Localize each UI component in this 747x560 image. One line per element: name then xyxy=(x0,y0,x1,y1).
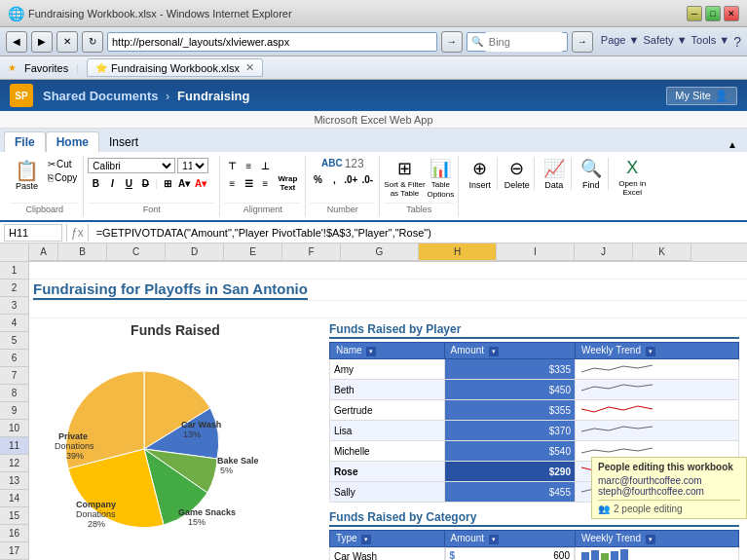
tab-file[interactable]: File xyxy=(4,131,46,152)
align-top-button[interactable]: ⊤ xyxy=(224,158,240,173)
function-button[interactable]: ƒx xyxy=(71,226,84,240)
go-button[interactable]: → xyxy=(441,31,463,53)
favorites-tab[interactable]: ⭐ Fundraising Workbook.xlsx ✕ xyxy=(87,58,263,77)
row-header-2[interactable]: 2 xyxy=(0,280,29,297)
player-col-amount[interactable]: Amount ▾ xyxy=(444,343,575,359)
wrap-text-button[interactable]: Wrap Text xyxy=(274,175,301,191)
breadcrumb-base[interactable]: Shared Documents xyxy=(43,89,158,103)
maximize-button[interactable]: □ xyxy=(705,6,721,21)
col-header-B[interactable]: B xyxy=(58,243,107,261)
minimize-button[interactable]: ─ xyxy=(687,6,702,21)
cat-col-amount[interactable]: Amount ▾ xyxy=(444,531,575,547)
row-header-6[interactable]: 6 xyxy=(0,350,29,367)
row-header-11[interactable]: 11 xyxy=(0,437,29,455)
row-header-12[interactable]: 12 xyxy=(0,455,29,472)
comma-button[interactable]: , xyxy=(326,171,342,187)
col-header-K[interactable]: K xyxy=(633,243,691,261)
forward-button[interactable]: ▶ xyxy=(31,31,53,53)
open-in-excel-button[interactable]: X Open inExcel xyxy=(611,158,654,197)
user-2-email[interactable]: steph@fourthcoffee.com xyxy=(598,486,740,497)
copy-button[interactable]: ⎘ Copy xyxy=(46,171,79,184)
row-header-9[interactable]: 9 xyxy=(0,402,29,420)
delete-button[interactable]: ⊖ Delete xyxy=(500,158,535,190)
align-right-button[interactable]: ≡ xyxy=(257,175,273,191)
col-header-C[interactable]: C xyxy=(107,243,166,261)
stop-button[interactable]: ✕ xyxy=(56,31,78,53)
row-header-17[interactable]: 17 xyxy=(0,542,29,560)
find-button[interactable]: 🔍 Find xyxy=(574,158,609,190)
formula-input[interactable] xyxy=(93,227,743,239)
row-header-8[interactable]: 8 xyxy=(0,385,29,402)
underline-button[interactable]: U xyxy=(121,175,136,191)
table-button[interactable]: 📊 Table Options xyxy=(428,158,455,199)
row-header-4[interactable]: 4 xyxy=(0,315,29,332)
border-button[interactable]: ⊞ xyxy=(160,175,175,191)
row-header-7[interactable]: 7 xyxy=(0,367,29,385)
bold-button[interactable]: B xyxy=(88,175,103,191)
tools-menu[interactable]: Tools ▼ xyxy=(691,34,730,50)
cat-col-type[interactable]: Type ▾ xyxy=(330,531,445,547)
row-header-5[interactable]: 5 xyxy=(0,332,29,350)
col-header-F[interactable]: F xyxy=(282,243,341,261)
refresh-button[interactable]: ↻ xyxy=(82,31,103,53)
close-button[interactable]: ✕ xyxy=(724,6,739,21)
percent-button[interactable]: % xyxy=(310,171,325,187)
cut-button[interactable]: ✂ Cut xyxy=(46,158,79,170)
delete-icon: ⊖ xyxy=(509,158,524,179)
address-input[interactable] xyxy=(107,32,437,52)
align-center-button[interactable]: ☰ xyxy=(241,175,256,191)
decrease-decimal-button[interactable]: .0- xyxy=(359,171,375,187)
search-button[interactable]: → xyxy=(572,31,593,53)
increase-decimal-button[interactable]: .0+ xyxy=(343,171,358,187)
cell-reference-input[interactable] xyxy=(4,224,62,242)
font-color-button[interactable]: A▾ xyxy=(193,175,208,191)
align-bottom-button[interactable]: ⊥ xyxy=(257,158,273,173)
italic-button[interactable]: I xyxy=(104,175,120,191)
back-button[interactable]: ◀ xyxy=(6,31,27,53)
tab-home[interactable]: Home xyxy=(46,131,99,152)
fill-color-button[interactable]: A▾ xyxy=(176,175,192,191)
col-header-E[interactable]: E xyxy=(224,243,282,261)
cat-amount-filter-icon[interactable]: ▾ xyxy=(489,535,499,544)
row-header-15[interactable]: 15 xyxy=(0,507,29,525)
favorites-label[interactable]: Favorites xyxy=(24,62,68,74)
data-button[interactable]: 📈 Data xyxy=(537,158,572,190)
font-size-select[interactable]: 11 xyxy=(177,158,208,173)
row-header-10[interactable]: 10 xyxy=(0,420,29,437)
mysite-button[interactable]: My Site 👤 xyxy=(666,87,737,105)
safety-menu[interactable]: Safety ▼ xyxy=(643,34,687,50)
insert-button[interactable]: ⊕ Insert xyxy=(463,158,498,190)
name-filter-icon[interactable]: ▾ xyxy=(366,347,376,356)
col-header-D[interactable]: D xyxy=(166,243,224,261)
tab-insert[interactable]: Insert xyxy=(99,132,148,152)
page-menu[interactable]: Page ▼ xyxy=(601,34,640,50)
col-header-J[interactable]: J xyxy=(575,243,633,261)
row-header-16[interactable]: 16 xyxy=(0,525,29,542)
user-1-email[interactable]: marc@fourthcoffee.com xyxy=(598,475,740,486)
row-header-14[interactable]: 14 xyxy=(0,490,29,507)
font-family-select[interactable]: Calibri xyxy=(88,158,175,173)
col-header-I[interactable]: I xyxy=(497,243,575,261)
strikethrough-button[interactable]: D xyxy=(137,175,153,191)
paste-button[interactable]: 📋 Paste xyxy=(10,158,44,194)
ribbon-minimize[interactable]: ▲ xyxy=(722,137,743,152)
data-label: Data xyxy=(544,180,563,190)
col-header-A[interactable]: A xyxy=(29,243,58,261)
col-header-G[interactable]: G xyxy=(341,243,419,261)
align-middle-button[interactable]: ≡ xyxy=(241,158,256,173)
row-header-3[interactable]: 3 xyxy=(0,297,29,315)
player-col-name[interactable]: Name ▾ xyxy=(330,343,445,359)
player-col-trend[interactable]: Weekly Trend ▾ xyxy=(575,343,738,359)
trend-filter-icon[interactable]: ▾ xyxy=(646,347,655,356)
cat-trend-filter-icon[interactable]: ▾ xyxy=(646,535,655,544)
cat-col-trend[interactable]: Weekly Trend ▾ xyxy=(575,531,738,547)
sort-filter-button[interactable]: ⊞ Sort & Filteras Table xyxy=(384,158,425,198)
align-left-button[interactable]: ≡ xyxy=(224,175,240,191)
col-header-H[interactable]: H xyxy=(419,243,497,261)
amount-filter-icon[interactable]: ▾ xyxy=(489,347,499,356)
help-button[interactable]: ? xyxy=(733,34,741,50)
row-header-13[interactable]: 13 xyxy=(0,472,29,490)
row-header-1[interactable]: 1 xyxy=(0,262,29,280)
search-input[interactable] xyxy=(485,32,563,52)
type-filter-icon[interactable]: ▾ xyxy=(361,535,371,544)
